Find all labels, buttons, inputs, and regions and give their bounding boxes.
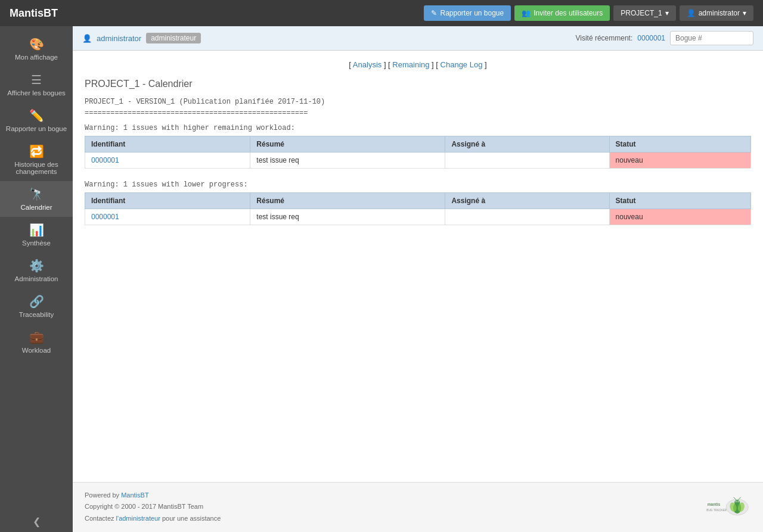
pencil-icon: ✏️	[29, 108, 44, 123]
issue-status: nouveau	[609, 153, 750, 169]
binoculars-icon: 🔭	[29, 187, 44, 201]
table-row: 0000001test issue reqnouveau	[85, 153, 751, 169]
user-bar-left: 👤 administrator administrateur	[82, 33, 570, 43]
user-profile-link[interactable]: administrator	[97, 34, 141, 43]
issue-id-link[interactable]: 0000001	[91, 156, 119, 164]
table-row: 0000001test issue reqnouveau	[85, 209, 751, 225]
warning-higher-workload: Warning: 1 issues with higher remaining …	[85, 124, 751, 132]
bug-search-input[interactable]	[670, 31, 753, 45]
svg-point-2	[734, 500, 740, 505]
footer-text: Powered by MantisBT Copyright © 2000 - 2…	[85, 490, 221, 525]
issue-id-link[interactable]: 0000001	[91, 213, 119, 221]
analysis-link[interactable]: Analysis	[353, 60, 382, 69]
issue-assigned	[445, 209, 609, 225]
admin-contact-link[interactable]: l'administrateur	[116, 515, 160, 522]
col-header-assigned2: Assigné à	[445, 193, 609, 209]
col-header-summary: Résumé	[250, 136, 445, 153]
remaining-link[interactable]: Remaining	[392, 60, 429, 69]
refresh-icon: 🔁	[29, 144, 44, 158]
briefcase-icon: 💼	[29, 330, 44, 344]
svg-point-5	[736, 502, 736, 502]
main-layout: 🎨 Mon affichage ☰ Afficher les bogues ✏️…	[0, 26, 763, 532]
col-header-assigned: Assigné à	[445, 136, 609, 153]
mantis-logo-svg: mantis BUG TRACKER	[703, 495, 751, 519]
user-plus-icon: 👥	[522, 9, 531, 17]
sidebar-item-calendrier[interactable]: 🔭 Calendrier	[0, 181, 73, 217]
warning-lower-progress: Warning: 1 issues with lower progress:	[85, 181, 751, 189]
svg-text:BUG TRACKER: BUG TRACKER	[706, 509, 727, 512]
nav-links: [ Analysis ] [ Remaining ] [ Change Log …	[85, 60, 751, 69]
sidebar-collapse-button[interactable]: ❮	[0, 511, 73, 532]
user-bar: 👤 administrator administrateur Visité ré…	[73, 26, 763, 51]
col-header-id: Identifiant	[85, 136, 250, 153]
app-brand[interactable]: MantisBT	[10, 7, 58, 20]
issue-summary: test issue req	[250, 153, 445, 169]
sidebar-item-historique[interactable]: 🔁 Historique des changements	[0, 138, 73, 181]
sidebar-item-workload[interactable]: 💼 Workload	[0, 324, 73, 360]
mantis-logo: mantis BUG TRACKER	[703, 495, 751, 519]
version-separator: ========================================…	[85, 108, 751, 119]
page-content: [ Analysis ] [ Remaining ] [ Change Log …	[73, 51, 763, 482]
higher-workload-table: Identifiant Résumé Assigné à Statut 0000…	[85, 136, 751, 169]
version-line1: PROJECT_1 - VERSION_1 (Publication plani…	[85, 97, 751, 108]
changelog-link[interactable]: Change Log	[441, 60, 483, 69]
project-selector[interactable]: PROJECT_1 ▾	[613, 5, 675, 21]
chevron-down-icon: ▾	[665, 9, 669, 17]
invite-users-button[interactable]: 👥 Inviter des utilisateurs	[514, 5, 610, 21]
issue-summary: test issue req	[250, 209, 445, 225]
col-header-status: Statut	[609, 136, 750, 153]
sidebar-item-afficher-bogues[interactable]: ☰ Afficher les bogues	[0, 67, 73, 102]
sidebar: 🎨 Mon affichage ☰ Afficher les bogues ✏️…	[0, 26, 73, 532]
top-navbar: MantisBT ✎ Rapporter un bogue 👥 Inviter …	[0, 0, 763, 26]
mantisbt-link[interactable]: MantisBT	[121, 491, 148, 499]
user-menu[interactable]: 👤 administrator ▾	[680, 5, 753, 21]
col-header-id2: Identifiant	[85, 193, 250, 209]
list-icon: ☰	[31, 73, 42, 87]
issue-status: nouveau	[609, 209, 750, 225]
contact-prefix: Contactez	[85, 515, 114, 522]
version-info: PROJECT_1 - VERSION_1 (Publication plani…	[85, 97, 751, 119]
svg-text:mantis: mantis	[708, 503, 721, 507]
gear-icon: ⚙️	[29, 259, 44, 273]
page-title: PROJECT_1 - Calendrier	[85, 79, 751, 89]
issue-assigned	[445, 153, 609, 169]
user-avatar-icon: 👤	[82, 34, 92, 43]
chevron-down-icon: ▾	[743, 9, 746, 17]
lower-progress-table: Identifiant Résumé Assigné à Statut 0000…	[85, 192, 751, 225]
copyright-text: Copyright © 2000 - 2017 MantisBT Team	[85, 501, 221, 513]
col-header-status2: Statut	[609, 193, 750, 209]
user-role-badge: administrateur	[146, 33, 201, 43]
edit-icon: ✎	[431, 9, 437, 17]
svg-point-6	[738, 502, 739, 502]
link-icon: 🔗	[29, 294, 44, 309]
main-content: 👤 administrator administrateur Visité ré…	[73, 26, 763, 532]
bar-chart-icon: 📊	[29, 223, 44, 237]
palette-icon: 🎨	[29, 37, 44, 51]
contact-suffix: pour une assistance	[162, 515, 221, 522]
sidebar-item-mon-affichage[interactable]: 🎨 Mon affichage	[0, 31, 73, 67]
sidebar-item-administration[interactable]: ⚙️ Administration	[0, 253, 73, 288]
page-footer: Powered by MantisBT Copyright © 2000 - 2…	[73, 482, 763, 532]
powered-by-label: Powered by	[85, 491, 119, 499]
report-bug-button[interactable]: ✎ Rapporter un bogue	[424, 5, 511, 21]
sidebar-item-synthese[interactable]: 📊 Synthèse	[0, 217, 73, 253]
chevron-left-icon: ❮	[33, 516, 41, 527]
sidebar-item-rapporter-bogue[interactable]: ✏️ Rapporter un bogue	[0, 102, 73, 138]
user-icon: 👤	[687, 9, 696, 17]
col-header-summary2: Résumé	[250, 193, 445, 209]
visited-label: Visité récemment:	[575, 34, 632, 42]
sidebar-item-traceability[interactable]: 🔗 Traceability	[0, 288, 73, 324]
visited-issue-link[interactable]: 0000001	[637, 34, 665, 42]
